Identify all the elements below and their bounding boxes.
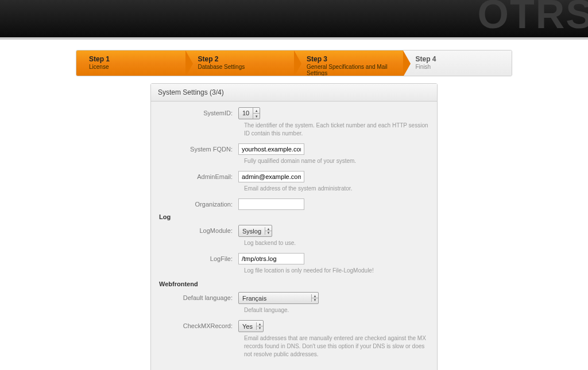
row-adminemail: AdminEmail:: [159, 171, 429, 182]
wizard-container: Step 1 License Step 2 Database Settings …: [76, 50, 512, 76]
label-organization: Organization:: [159, 198, 238, 208]
chevron-up-icon[interactable]: ▲: [265, 227, 272, 231]
row-fqdn: System FQDN:: [159, 143, 429, 155]
header-bar: OTRS: [0, 0, 588, 37]
spinner-arrows[interactable]: ▲ ▼: [253, 108, 260, 119]
step-title: Step 2: [198, 55, 288, 63]
step-1-license[interactable]: Step 1 License: [76, 50, 185, 76]
settings-panel: System Settings (3/4) SystemID: 10 ▲ ▼ T…: [150, 83, 438, 370]
logmodule-select[interactable]: Syslog ▲ ▼: [238, 225, 272, 237]
logfile-input[interactable]: [238, 253, 304, 264]
wizard-steps: Step 1 License Step 2 Database Settings …: [76, 50, 512, 76]
section-webfrontend: Webfrontend: [159, 281, 429, 287]
adminemail-input[interactable]: [238, 171, 304, 182]
help-logfile: Log file location is only needed for Fil…: [244, 267, 429, 275]
systemid-spinner[interactable]: 10 ▲ ▼: [238, 107, 260, 119]
label-logmodule: LogModule:: [159, 225, 238, 234]
label-language: Default language:: [159, 292, 238, 301]
chevron-down-icon[interactable]: ▼: [312, 298, 318, 302]
fqdn-input[interactable]: [238, 143, 304, 155]
select-arrows[interactable]: ▲ ▼: [265, 227, 272, 235]
checkmx-value: Yes: [242, 323, 256, 330]
section-log: Log: [159, 213, 429, 220]
help-systemid: The identifier of the system. Each ticke…: [244, 122, 429, 138]
panel-footer: Next...: [159, 364, 429, 370]
chevron-up-icon[interactable]: ▲: [253, 108, 260, 114]
label-fqdn: System FQDN:: [159, 143, 238, 153]
label-systemid: SystemID:: [159, 107, 238, 116]
select-arrows[interactable]: ▲ ▼: [256, 322, 263, 330]
organization-input[interactable]: [238, 198, 304, 210]
label-checkmx: CheckMXRecord:: [159, 320, 238, 329]
row-systemid: SystemID: 10 ▲ ▼: [159, 107, 429, 119]
step-desc: Database Settings: [198, 64, 288, 70]
label-logfile: LogFile:: [159, 253, 238, 262]
step-desc: License: [89, 64, 179, 70]
chevron-down-icon[interactable]: ▼: [265, 231, 272, 235]
label-adminemail: AdminEmail:: [159, 171, 238, 180]
panel-body: SystemID: 10 ▲ ▼ The identifier of the s…: [151, 102, 437, 370]
chevron-down-icon[interactable]: ▼: [253, 114, 260, 119]
chevron-up-icon[interactable]: ▲: [312, 294, 318, 298]
select-arrows[interactable]: ▲ ▼: [311, 294, 318, 302]
step-3-general[interactable]: Step 3 General Specifications and Mail S…: [294, 50, 403, 76]
logo: OTRS: [478, 0, 588, 37]
language-select[interactable]: Français ▲ ▼: [238, 292, 319, 304]
row-language: Default language: Français ▲ ▼: [159, 292, 429, 304]
row-checkmx: CheckMXRecord: Yes ▲ ▼: [159, 320, 429, 332]
chevron-up-icon[interactable]: ▲: [257, 322, 263, 326]
help-language: Default language.: [244, 306, 429, 314]
step-desc: Finish: [416, 64, 505, 70]
step-2-database[interactable]: Step 2 Database Settings: [185, 50, 295, 76]
row-logfile: LogFile:: [159, 253, 429, 264]
step-4-finish[interactable]: Step 4 Finish: [403, 50, 512, 76]
systemid-value: 10: [239, 108, 253, 119]
language-value: Français: [242, 295, 270, 302]
step-desc: General Specifications and Mail Settings: [307, 64, 396, 76]
row-logmodule: LogModule: Syslog ▲ ▼: [159, 225, 429, 237]
chevron-down-icon[interactable]: ▼: [257, 326, 263, 330]
header-divider: [0, 37, 588, 40]
logmodule-value: Syslog: [242, 228, 265, 235]
help-adminemail: Email address of the system administrato…: [244, 185, 429, 193]
help-fqdn: Fully qualified domain name of your syst…: [244, 157, 429, 165]
help-checkmx: Email addresses that are manually entere…: [244, 334, 429, 359]
help-logmodule: Log backend to use.: [244, 239, 429, 247]
panel-title: System Settings (3/4): [151, 84, 437, 102]
step-title: Step 1: [89, 55, 179, 63]
step-title: Step 4: [416, 55, 505, 63]
step-title: Step 3: [307, 55, 396, 63]
checkmx-select[interactable]: Yes ▲ ▼: [238, 320, 264, 332]
row-organization: Organization:: [159, 198, 429, 210]
